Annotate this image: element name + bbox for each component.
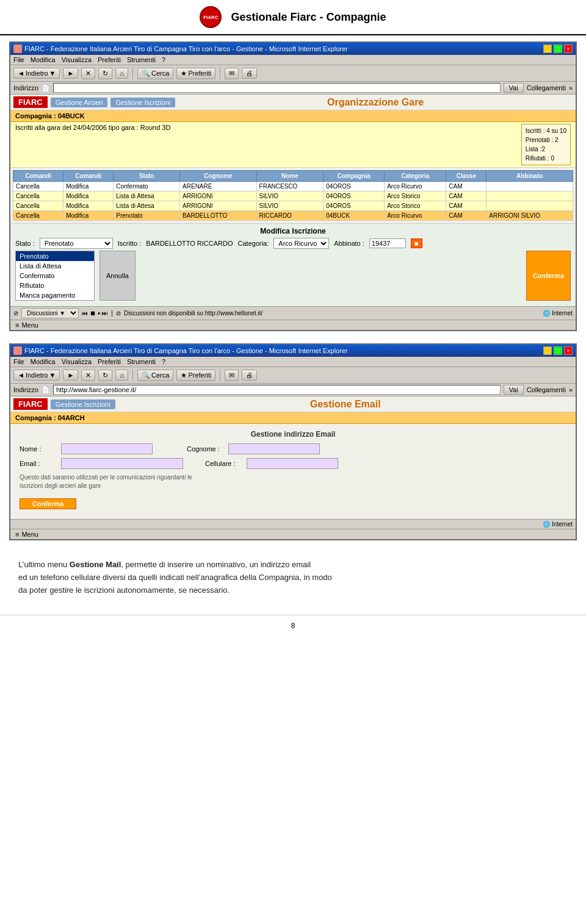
cancella-link-4[interactable]: Cancella <box>16 212 40 219</box>
abbinato-cell-4: ARRIGONI SILVIO <box>487 211 573 221</box>
fiarc-nav-logo-2[interactable]: FIARC <box>13 398 48 410</box>
stato-dropdown-open: Prenotato Lista di Attesa Confermato Rif… <box>15 251 95 301</box>
dropdown-item-prenotato[interactable]: Prenotato <box>16 251 94 261</box>
fiarc-logo: FIARC <box>200 6 222 28</box>
dropdown-item-confermato[interactable]: Confermato <box>16 271 94 281</box>
menu-strumenti-2[interactable]: Strumenti <box>127 358 156 365</box>
print-button-2[interactable]: 🖨 <box>242 370 257 381</box>
abbinato-search-button[interactable]: ■ <box>411 238 422 248</box>
email-input[interactable] <box>61 458 183 469</box>
minimize-button-2[interactable]: _ <box>543 346 552 355</box>
forward-button-2[interactable]: ► <box>63 370 78 381</box>
forward-button[interactable]: ► <box>63 68 78 79</box>
menu-label: Menu <box>21 321 38 329</box>
refresh-button[interactable]: ↻ <box>98 68 112 79</box>
annulla-button[interactable]: Annulla <box>99 251 136 301</box>
minimize-button[interactable]: _ <box>543 45 552 53</box>
form-note-text: Questo dati saranno utilizzati per le co… <box>20 474 192 489</box>
bottom-text: L’ultimo menu Gestione Mail, permette di… <box>0 546 586 609</box>
stop-button[interactable]: ✕ <box>81 68 95 79</box>
stato-select[interactable]: Prenotato Lista di Attesa Confermato Rif… <box>40 238 113 249</box>
search-button-2[interactable]: 🔍 Cerca <box>137 370 173 381</box>
nome-input[interactable] <box>61 443 153 454</box>
menu-strumenti[interactable]: Strumenti <box>127 56 156 63</box>
nome-label: Nome : <box>20 445 56 453</box>
modifica-link-4[interactable]: Modifica <box>66 212 89 219</box>
back-icon: ◄ <box>18 70 24 77</box>
conferma-button-1[interactable]: Conferma <box>526 251 571 301</box>
gestione-arcieri-button[interactable]: Gestione Arcieri <box>51 98 108 107</box>
home-button-2[interactable]: ⌂ <box>115 370 128 381</box>
fiarc-nav-logo[interactable]: FIARC <box>13 96 48 108</box>
menu-help-2[interactable]: ? <box>162 358 165 365</box>
cellulare-input[interactable] <box>247 458 338 469</box>
classe-cell-2: CAM <box>446 192 487 201</box>
cognome-cell-4: BARDELLOTTO <box>180 211 256 221</box>
titlebar-text-2: FIARC - Federazione Italiana Arcieri Tir… <box>24 347 348 354</box>
favorites-button[interactable]: ★ Preferiti <box>176 68 215 79</box>
modifica-section: Modifica Iscrizione Stato : Prenotato Li… <box>10 223 576 306</box>
favorites-button-2[interactable]: ★ Preferiti <box>176 370 215 381</box>
stato-cell-4: Prenotato <box>114 211 180 221</box>
stop-button-2[interactable]: ✕ <box>81 370 95 381</box>
close-button[interactable]: × <box>564 45 573 53</box>
mail-button-2[interactable]: ✉ <box>225 370 239 381</box>
info-rifiutati: Rifiutati : 0 <box>526 154 566 163</box>
page-number: 8 <box>0 615 586 636</box>
cancella-link-3[interactable]: Cancella <box>16 202 40 209</box>
menu-preferiti[interactable]: Preferiti <box>98 56 121 63</box>
footer-menu-1: ≡ Menu <box>10 320 576 330</box>
cancella-link-2[interactable]: Cancella <box>16 193 40 199</box>
menu-visualizza-2[interactable]: Visualizza <box>62 358 92 365</box>
cognome-label: Cognome : <box>187 445 223 453</box>
go-button[interactable]: Vai <box>504 83 524 93</box>
dropdown-item-lista[interactable]: Lista di Attesa <box>16 261 94 271</box>
discussions-select[interactable]: Discussioni ▼ <box>21 308 79 318</box>
categoria-select[interactable]: Arco Ricurvo Arco Storico <box>273 238 329 249</box>
stato-dropdown[interactable]: Prenotato Lista di Attesa Confermato Rif… <box>40 238 113 249</box>
browser-statusbar-1: ⊘ Discussioni ▼ ⏮ ⏹ ▶ ⏭ | ⊘ Discussioni … <box>10 306 576 320</box>
address-input-2[interactable] <box>53 385 501 395</box>
toolbar-separator-3 <box>132 369 133 381</box>
restore-button-2[interactable]: □ <box>554 346 562 355</box>
dropdown-item-rifiutato[interactable]: Rifiutato <box>16 281 94 290</box>
close-button-2[interactable]: × <box>564 346 573 355</box>
nome-cell-2: SILVIO <box>256 192 324 201</box>
modifica-link-1[interactable]: Modifica <box>66 183 89 190</box>
menu-visualizza[interactable]: Visualizza <box>62 56 92 63</box>
home-button[interactable]: ⌂ <box>115 68 128 79</box>
info-lista: Lista :2 <box>526 145 566 154</box>
modifica-row-2: Prenotato Lista di Attesa Confermato Rif… <box>15 251 571 301</box>
stato-cell-3: Lista di Attesa <box>114 201 180 211</box>
cognome-input[interactable] <box>228 443 320 454</box>
modifica-row-1: Stato : Prenotato Lista di Attesa Confer… <box>15 238 571 249</box>
gestione-iscrizioni-button[interactable]: Gestione Iscrizioni <box>110 98 175 107</box>
restore-button[interactable]: □ <box>554 45 562 53</box>
gestione-iscrizioni-button-2[interactable]: Gestione Iscrizioni <box>51 399 115 409</box>
table-row: Cancella Modifica Lista di Attesa ARRIGO… <box>13 192 573 201</box>
abbinato-input[interactable] <box>369 238 406 248</box>
menu-modifica-2[interactable]: Modifica <box>31 358 56 365</box>
go-button-2[interactable]: Vai <box>504 385 524 395</box>
modifica-link-3[interactable]: Modifica <box>66 202 89 209</box>
address-input[interactable] <box>53 83 501 93</box>
refresh-button-2[interactable]: ↻ <box>98 370 112 381</box>
menu-file[interactable]: File <box>13 56 24 63</box>
modifica-link-2[interactable]: Modifica <box>66 193 89 199</box>
conferma-button-2[interactable]: Conferma <box>20 498 76 509</box>
mail-button[interactable]: ✉ <box>225 68 239 79</box>
menu-modifica[interactable]: Modifica <box>31 56 56 63</box>
print-button[interactable]: 🖨 <box>242 68 257 79</box>
search-button[interactable]: 🔍 Cerca <box>137 68 173 79</box>
back-button[interactable]: ◄ Indietro ▼ <box>13 68 60 79</box>
menu-file-2[interactable]: File <box>13 358 24 365</box>
menu-preferiti-2[interactable]: Preferiti <box>98 358 121 365</box>
info-right: Iscritti : 4 su 10 Prenotati : 2 Lista :… <box>521 124 571 165</box>
back-button-2[interactable]: ◄ Indietro ▼ <box>13 370 60 381</box>
titlebar-left-2: FIARC - Federazione Italiana Arcieri Tir… <box>13 346 348 355</box>
internet-zone-2: 🌐 Internet <box>543 521 573 528</box>
media-controls: ⏮ ⏹ ▶ ⏭ <box>82 310 108 317</box>
cancella-link-1[interactable]: Cancella <box>16 183 40 190</box>
menu-help[interactable]: ? <box>162 56 165 63</box>
dropdown-item-manca[interactable]: Manca pagamento <box>16 290 94 300</box>
